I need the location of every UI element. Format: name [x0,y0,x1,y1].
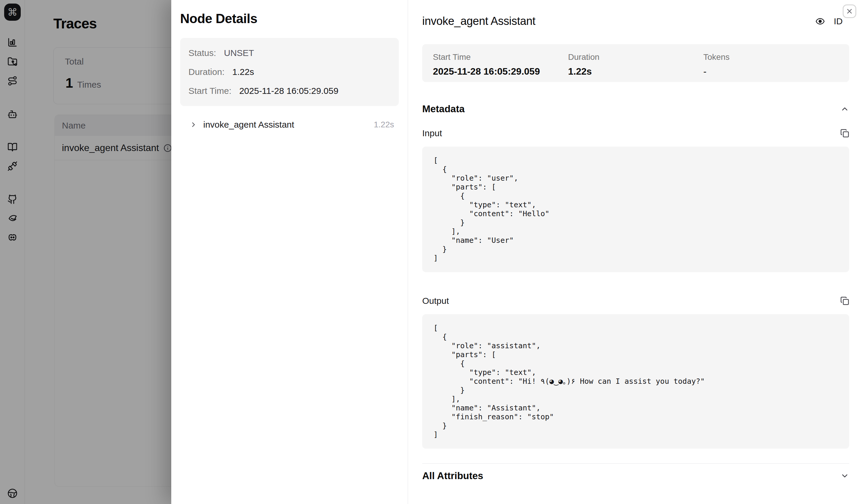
close-icon [845,8,853,15]
start-time-label: Start Time [433,52,568,62]
status-row: Status: UNSET [189,49,391,58]
copy-icon[interactable] [840,129,849,138]
tokens-value: - [704,66,839,77]
app-screen: ⌘ Traces [0,0,864,504]
duration-label: Duration: [189,67,225,77]
eye-icon[interactable] [815,16,825,26]
output-json: [ { "role": "assistant", "parts": [ { "t… [433,324,838,439]
start-time-value: 2025-11-28 16:05:29.059 [239,86,338,96]
duration-col: Duration 1.22s [568,52,703,77]
input-label: Input [422,128,442,138]
start-time-value: 2025-11-28 16:05:29.059 [433,66,568,77]
trace-drawer: Node Details Status: UNSET Duration: 1.2… [171,0,864,504]
status-label: Status: [189,48,216,58]
all-attributes-title: All Attributes [422,470,483,481]
close-button[interactable] [843,4,856,18]
id-toggle[interactable]: ID [834,16,843,26]
span-duration: 1.22s [374,120,394,130]
duration-row: Duration: 1.22s [189,67,391,76]
span-detail-panel: invoke_agent Assistant ID Start Time 202… [408,0,864,504]
span-title: invoke_agent Assistant [422,15,536,27]
status-value: UNSET [224,48,254,58]
tokens-label: Tokens [704,52,839,62]
info-banner: Start Time 2025-11-28 16:05:29.059 Durat… [422,44,849,82]
duration-label: Duration [568,52,703,62]
input-code-block: [ { "role": "user", "parts": [ { "type":… [422,147,849,272]
output-label: Output [422,296,449,306]
status-card: Status: UNSET Duration: 1.22s Start Time… [180,38,399,106]
start-time-label: Start Time: [189,86,231,96]
span-name: invoke_agent Assistant [203,120,294,130]
input-section-header: Input [422,128,849,138]
tokens-col: Tokens - [704,52,839,77]
start-time-row: Start Time: 2025-11-28 16:05:29.059 [189,86,391,95]
input-json: [ { "role": "user", "parts": [ { "type":… [433,156,838,263]
output-section-header: Output [422,296,849,306]
start-time-col: Start Time 2025-11-28 16:05:29.059 [433,52,568,77]
metadata-section-header[interactable]: Metadata [422,103,849,114]
copy-icon[interactable] [840,296,849,305]
chevron-up-icon[interactable] [840,105,849,113]
chevron-right-icon[interactable] [190,121,197,128]
duration-value: 1.22s [232,67,254,77]
node-details-title: Node Details [180,11,399,26]
all-attributes-section-header[interactable]: All Attributes [422,470,849,481]
span-tree-row[interactable]: invoke_agent Assistant 1.22s [180,120,399,130]
node-details-panel: Node Details Status: UNSET Duration: 1.2… [171,0,408,504]
output-code-block: [ { "role": "assistant", "parts": [ { "t… [422,314,849,448]
metadata-title: Metadata [422,103,465,114]
duration-value: 1.22s [568,66,703,77]
chevron-down-icon[interactable] [840,471,849,480]
